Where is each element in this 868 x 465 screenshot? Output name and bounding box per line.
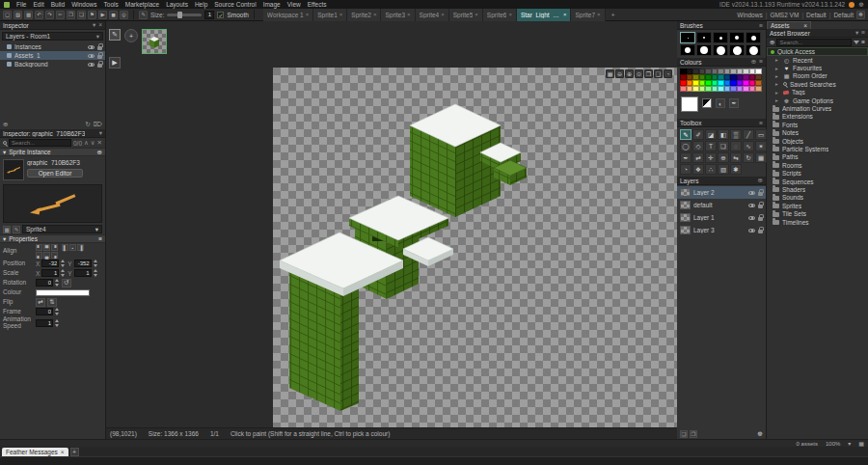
brush-settings-icon[interactable]: ✎: [139, 11, 148, 19]
eyedropper-icon[interactable]: ✒: [729, 98, 739, 108]
tab-sprite3[interactable]: Sprite3×: [381, 9, 415, 21]
close-icon[interactable]: ×: [475, 12, 478, 17]
add-tab-button[interactable]: +: [609, 12, 618, 18]
asset-group-objects[interactable]: Objects: [767, 137, 868, 145]
toggle-grid-icon[interactable]: ▦: [606, 69, 614, 78]
visibility-icon[interactable]: [88, 54, 95, 58]
zoom-tool[interactable]: ⊕: [718, 152, 729, 163]
brush-size-value[interactable]: 1: [204, 11, 214, 19]
add-asset-icon[interactable]: ⊕: [770, 39, 774, 46]
sprite-canvas[interactable]: [273, 68, 677, 427]
brush-size-14[interactable]: [746, 44, 761, 56]
menu-icon[interactable]: ≡: [861, 39, 865, 45]
visibility-icon[interactable]: [88, 63, 95, 67]
asset-group-extensions[interactable]: Extensions: [767, 113, 868, 121]
notifications-icon[interactable]: ☸: [858, 1, 864, 9]
align-left-button[interactable]: ▌: [62, 244, 68, 251]
menu-item-marketplace[interactable]: Marketplace: [125, 1, 159, 8]
asset-favourites[interactable]: ▸♥Favourites: [767, 64, 868, 71]
add-icon[interactable]: ⊕: [97, 149, 102, 156]
pan-tool[interactable]: ✛: [705, 152, 717, 163]
asset-group-sounds[interactable]: Sounds: [767, 194, 868, 202]
rotate-tool[interactable]: ↻: [743, 152, 754, 163]
close-icon[interactable]: ×: [98, 21, 102, 29]
onion-skin-icon[interactable]: ◔: [664, 69, 672, 78]
eraser-tool[interactable]: ◪: [705, 129, 717, 140]
align-bottom-right-button[interactable]: ▗: [51, 252, 58, 259]
rotation-input[interactable]: [36, 279, 53, 287]
align-right-button[interactable]: ▐: [77, 244, 84, 251]
lock-icon[interactable]: [758, 205, 763, 208]
target-default[interactable]: Default: [806, 12, 827, 18]
redo-icon[interactable]: ↷: [45, 11, 54, 19]
delete-layer-icon[interactable]: ⌦: [94, 121, 102, 128]
ellipse-tool[interactable]: ◯: [680, 141, 692, 151]
menu-item-layouts[interactable]: Layouts: [166, 1, 188, 8]
asset-group-notes[interactable]: Notes: [767, 129, 868, 137]
menu-item-view[interactable]: View: [287, 1, 301, 8]
tab-sprite1[interactable]: Sprite1×: [313, 9, 347, 21]
tab-star-light-asc[interactable]: Star_Light_Asc...×: [517, 9, 572, 21]
asset-recent[interactable]: ▸◴Recent: [767, 56, 868, 64]
scale-x-stepper[interactable]: [61, 269, 66, 277]
pencil-tool[interactable]: ✎: [680, 129, 692, 140]
tab-workspace-1[interactable]: Workspace 1×: [263, 9, 313, 21]
fill-tool[interactable]: ◧: [718, 129, 729, 140]
tab-feather-messages[interactable]: Feather Messages ×: [2, 448, 68, 456]
brush-size-slider[interactable]: [167, 14, 202, 16]
scale-y-stepper[interactable]: [94, 269, 98, 277]
lock-icon[interactable]: [97, 64, 102, 68]
layer-item-default[interactable]: default: [677, 199, 766, 211]
brush-size-1[interactable]: [680, 32, 695, 43]
gradient-tool[interactable]: ▧: [718, 164, 729, 175]
spray-tool[interactable]: ▒: [730, 129, 742, 140]
brush-tool[interactable]: ✐: [692, 129, 704, 140]
add-layer-icon[interactable]: ⊕: [758, 177, 763, 184]
brush-size-6[interactable]: [680, 44, 695, 56]
expand-arrow-icon[interactable]: ▸: [775, 66, 780, 71]
new-project-icon[interactable]: ▢: [3, 11, 12, 19]
layer-tree-item-instances[interactable]: Instances: [0, 42, 105, 51]
asset-group-fonts[interactable]: Fonts: [767, 121, 868, 128]
menu-icon[interactable]: ≡: [759, 120, 763, 126]
asset-group-rooms[interactable]: Rooms: [767, 161, 868, 169]
align-top-left-button[interactable]: ▘: [36, 244, 42, 251]
expand-arrow-icon[interactable]: ▸: [775, 73, 780, 79]
blur-tool[interactable]: ❖: [692, 164, 704, 175]
asset-group-shaders[interactable]: Shaders: [767, 185, 868, 193]
chevron-down-icon[interactable]: ▾: [855, 29, 858, 37]
secondary-colour-swatch[interactable]: [702, 98, 712, 108]
close-icon[interactable]: ×: [407, 12, 411, 17]
mirror-tool[interactable]: ⇆: [730, 152, 742, 163]
new-layer-icon[interactable]: ❏: [680, 430, 688, 438]
onion-skin-tool[interactable]: ◔: [680, 164, 692, 175]
text-tool[interactable]: T: [705, 141, 717, 151]
expand-arrow-icon[interactable]: ▸: [775, 97, 780, 103]
asset-room-order[interactable]: ▸▦Room Order: [767, 72, 868, 80]
add-layer-icon[interactable]: ⊕: [3, 121, 8, 128]
swap-colours-icon[interactable]: ◐: [716, 98, 725, 108]
select-ellipse-tool[interactable]: ◌: [730, 141, 742, 151]
cut-icon[interactable]: ✂: [56, 11, 65, 19]
tab-sprite6[interactable]: Sprite6×: [483, 9, 517, 21]
asset-saved-searches[interactable]: ▸Saved Searches: [767, 80, 868, 88]
quick-access-item[interactable]: Quick Access: [767, 47, 868, 56]
search-clear-icon[interactable]: ✕: [97, 139, 102, 147]
asset-group-animation-curves[interactable]: Animation Curves: [767, 104, 868, 112]
scale-y-input[interactable]: [74, 269, 92, 277]
menu-icon[interactable]: ≡: [759, 22, 763, 29]
save-project-icon[interactable]: ▦: [24, 11, 33, 19]
menu-item-edit[interactable]: Edit: [33, 1, 43, 8]
tab-sprite2[interactable]: Sprite2×: [347, 9, 381, 21]
primary-colour-swatch[interactable]: [681, 96, 698, 112]
asset-group-paths[interactable]: Paths: [767, 153, 868, 161]
close-icon[interactable]: ×: [306, 12, 310, 17]
rotation-stepper[interactable]: [55, 279, 60, 287]
close-icon[interactable]: ×: [803, 22, 807, 29]
target-default[interactable]: Default: [833, 12, 854, 18]
chevron-down-icon[interactable]: ▾: [848, 440, 851, 447]
chevron-down-icon[interactable]: ▾: [99, 129, 102, 137]
copy-icon[interactable]: ❐: [67, 11, 75, 19]
menu-item-tools[interactable]: Tools: [104, 1, 119, 8]
brush-size-3[interactable]: [713, 32, 728, 43]
